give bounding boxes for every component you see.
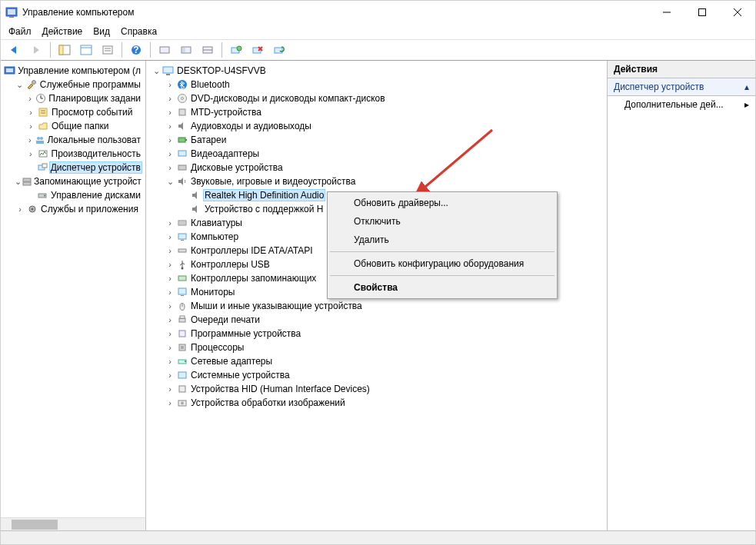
uninstall-device-button[interactable]: [248, 42, 267, 58]
expand-icon[interactable]: ›: [165, 274, 175, 283]
context-delete[interactable]: Удалить: [329, 231, 555, 249]
context-disable[interactable]: Отключить: [329, 212, 555, 231]
window-buttons: [649, 1, 755, 24]
svg-rect-8: [59, 45, 63, 55]
device-root[interactable]: ⌄ DESKTOP-U4SFVVB: [148, 64, 607, 78]
tree-storage[interactable]: ⌄ Запоминающие устройст: [2, 174, 145, 188]
expand-icon[interactable]: ›: [25, 149, 36, 158]
horizontal-scrollbar[interactable]: [1, 517, 145, 530]
device-network[interactable]: ›Сетевые адаптеры: [148, 354, 607, 368]
expand-icon[interactable]: ›: [165, 343, 175, 352]
show-hide-tree-button[interactable]: [55, 42, 74, 58]
expand-icon[interactable]: ›: [25, 94, 35, 103]
tb-icon-6[interactable]: [177, 42, 195, 58]
close-button[interactable]: [720, 1, 755, 24]
actions-section[interactable]: Диспетчер устройств ▴: [608, 78, 755, 96]
tree-local-users[interactable]: › Локальные пользоват: [2, 133, 145, 147]
performance-icon: [36, 148, 50, 159]
expand-icon[interactable]: ›: [25, 135, 35, 145]
expand-icon[interactable]: ›: [25, 121, 36, 131]
expand-icon[interactable]: ›: [165, 121, 175, 131]
expand-icon[interactable]: ›: [165, 80, 175, 89]
device-mtd[interactable]: ›MTD-устройства: [148, 105, 607, 119]
tree-services-apps[interactable]: › Службы и приложения: [2, 202, 145, 216]
minimize-button[interactable]: [649, 1, 684, 24]
maximize-button[interactable]: [684, 1, 720, 24]
device-hid[interactable]: ›Устройства HID (Human Interface Devices…: [148, 382, 607, 396]
expand-icon[interactable]: ›: [165, 329, 175, 338]
device-bluetooth[interactable]: ›Bluetooth: [148, 78, 607, 91]
device-video[interactable]: ›Видеоадаптеры: [148, 147, 607, 161]
menu-action[interactable]: Действие: [42, 26, 83, 37]
tree-system-tools[interactable]: ⌄ Служебные программы: [2, 78, 145, 91]
expand-icon[interactable]: ›: [165, 108, 175, 117]
expand-icon[interactable]: ›: [165, 384, 175, 394]
svg-point-37: [40, 137, 43, 140]
device-imaging[interactable]: ›Устройства обработки изображений: [148, 396, 607, 410]
tree-event-viewer[interactable]: › Просмотр событий: [2, 105, 145, 119]
expand-icon[interactable]: ›: [165, 315, 175, 324]
device-dvd[interactable]: ›DVD-дисководы и дисководы компакт-диско…: [148, 91, 607, 105]
disk-mgmt-icon: [36, 190, 50, 201]
svg-rect-42: [23, 178, 31, 181]
tree-task-scheduler[interactable]: › Планировщик задани: [2, 91, 145, 105]
device-print-queues[interactable]: ›Очереди печати: [148, 313, 607, 327]
menu-help[interactable]: Справка: [121, 26, 157, 37]
expand-icon[interactable]: ›: [165, 218, 175, 228]
device-disks[interactable]: ›Дисковые устройства: [148, 161, 607, 174]
device-processors[interactable]: ›Процессоры: [148, 341, 607, 354]
expand-icon[interactable]: ›: [165, 94, 175, 103]
device-batteries[interactable]: ›Батареи: [148, 133, 607, 147]
tree-disk-mgmt[interactable]: Управление дисками: [2, 188, 145, 202]
device-mice[interactable]: ›Мыши и иные указывающие устройства: [148, 299, 607, 313]
collapse-icon[interactable]: ⌄: [15, 80, 25, 90]
collapse-icon[interactable]: ⌄: [15, 177, 22, 187]
collapse-icon[interactable]: ⌄: [151, 66, 162, 76]
expand-icon[interactable]: ›: [165, 246, 175, 255]
disk-icon: [175, 162, 189, 173]
device-system[interactable]: ›Системные устройства: [148, 368, 607, 382]
svg-rect-77: [178, 372, 186, 378]
forward-button[interactable]: [27, 42, 45, 58]
context-update-drivers[interactable]: Обновить драйверы...: [329, 194, 555, 212]
svg-rect-11: [103, 46, 112, 54]
tree-performance[interactable]: › Производительность: [2, 147, 145, 161]
update-driver-button[interactable]: [270, 42, 288, 58]
tree-device-manager[interactable]: Диспетчер устройств: [2, 161, 145, 174]
device-audio-io[interactable]: ›Аудиовходы и аудиовыходы: [148, 119, 607, 133]
expand-icon[interactable]: ›: [165, 301, 175, 311]
scan-hardware-button[interactable]: [227, 42, 245, 58]
properties-button[interactable]: [77, 42, 95, 58]
tb-icon-7[interactable]: [198, 42, 217, 58]
tree-root[interactable]: Управление компьютером (л: [2, 64, 145, 78]
export-list-button[interactable]: [98, 42, 117, 58]
expand-icon[interactable]: ›: [25, 108, 36, 117]
expand-icon[interactable]: ›: [165, 232, 175, 241]
menu-file[interactable]: Файл: [8, 26, 32, 37]
expand-icon[interactable]: ›: [165, 163, 175, 172]
tb-icon-5[interactable]: [155, 42, 174, 58]
expand-icon[interactable]: ›: [165, 371, 175, 380]
context-scan[interactable]: Обновить конфигурацию оборудования: [329, 254, 555, 273]
device-software[interactable]: ›Программные устройства: [148, 327, 607, 341]
tree-shared-folders[interactable]: › Общие папки: [2, 119, 145, 133]
events-icon: [36, 107, 50, 118]
svg-rect-28: [6, 68, 13, 72]
expand-icon[interactable]: ›: [165, 135, 175, 145]
back-button[interactable]: [5, 42, 24, 58]
device-sound[interactable]: ⌄Звуковые, игровые и видеоустройства: [148, 174, 607, 188]
collapse-icon[interactable]: ⌄: [165, 177, 175, 187]
menu-view[interactable]: Вид: [93, 26, 110, 37]
expand-icon[interactable]: ›: [165, 149, 175, 158]
expand-icon[interactable]: ›: [15, 204, 25, 214]
actions-more[interactable]: Дополнительные дей... ▸: [608, 96, 755, 113]
context-properties[interactable]: Свойства: [329, 278, 555, 297]
svg-rect-55: [185, 139, 187, 141]
expand-icon[interactable]: ›: [165, 398, 175, 407]
computer-mgmt-icon: [4, 65, 16, 76]
expand-icon[interactable]: ›: [165, 260, 175, 269]
dvd-icon: [175, 93, 189, 104]
expand-icon[interactable]: ›: [165, 357, 175, 366]
help-button[interactable]: ?: [127, 42, 145, 58]
expand-icon[interactable]: ›: [165, 287, 175, 297]
